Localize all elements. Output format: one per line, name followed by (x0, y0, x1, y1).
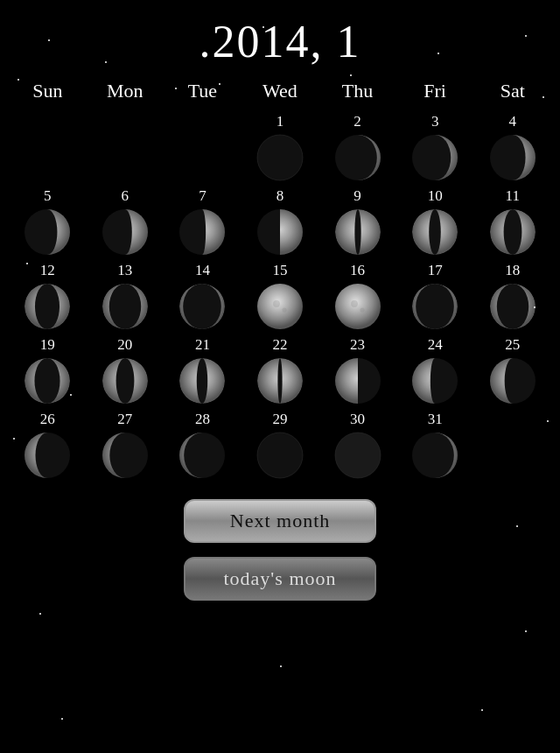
calendar-day-3[interactable]: 3 (396, 111, 474, 184)
day-number-27: 27 (117, 411, 132, 428)
calendar-day-15[interactable]: 15 (242, 260, 319, 333)
moon-phase-5 (23, 208, 72, 257)
day-number-8: 8 (276, 187, 284, 205)
calendar-day-24[interactable]: 24 (396, 334, 474, 407)
next-month-button[interactable]: Next month (184, 499, 376, 543)
empty-cell (87, 111, 164, 184)
calendar-day-12[interactable]: 12 (9, 260, 87, 333)
moon-phase-31 (410, 431, 459, 480)
day-number-13: 13 (117, 262, 132, 279)
calendar-day-8[interactable]: 8 (242, 186, 319, 258)
svg-point-59 (184, 284, 222, 329)
svg-point-60 (257, 284, 303, 329)
calendar-day-10[interactable]: 10 (396, 186, 474, 258)
day-number-9: 9 (354, 187, 361, 205)
svg-point-89 (277, 358, 282, 404)
moon-phase-20 (101, 356, 150, 405)
calendar-day-7[interactable]: 7 (164, 186, 242, 258)
header-tue: Tue (164, 76, 242, 106)
day-number-19: 19 (40, 336, 55, 354)
calendar-day-16[interactable]: 16 (318, 260, 396, 333)
day-number-14: 14 (195, 262, 210, 279)
moon-phase-8 (256, 208, 304, 257)
calendar-day-28[interactable]: 28 (164, 409, 242, 482)
svg-point-65 (360, 307, 364, 312)
calendar-day-26[interactable]: 26 (9, 409, 87, 482)
moon-phase-18 (488, 282, 537, 331)
moon-phase-4 (488, 133, 537, 182)
moon-phase-25 (488, 356, 537, 405)
svg-point-85 (197, 358, 207, 404)
day-number-7: 7 (199, 187, 206, 205)
header-wed: Wed (242, 76, 319, 106)
calendar-day-27[interactable]: 27 (87, 409, 164, 482)
svg-point-64 (351, 300, 358, 307)
calendar-day-13[interactable]: 13 (87, 260, 164, 333)
calendar-day-20[interactable]: 20 (87, 334, 164, 407)
day-number-16: 16 (350, 262, 365, 279)
day-number-25: 25 (505, 336, 520, 354)
day-number-29: 29 (272, 411, 287, 428)
svg-point-77 (35, 358, 60, 404)
calendar-day-19[interactable]: 19 (9, 334, 87, 407)
svg-point-47 (503, 209, 522, 255)
calendar-day-23[interactable]: 23 (318, 334, 396, 407)
calendar-day-29[interactable]: 29 (242, 409, 319, 482)
calendar-day-30[interactable]: 30 (318, 409, 396, 482)
calendar-day-2[interactable]: 2 (318, 111, 396, 184)
svg-point-51 (35, 284, 60, 329)
moon-phase-26 (23, 431, 72, 480)
moon-phase-1 (256, 133, 304, 182)
day-number-15: 15 (272, 262, 287, 279)
calendar-day-11[interactable]: 11 (473, 186, 551, 258)
moon-phase-12 (23, 282, 72, 331)
calendar-day-25[interactable]: 25 (473, 334, 551, 407)
calendar-day-4[interactable]: 4 (473, 111, 551, 184)
moon-phase-30 (333, 431, 382, 480)
calendar-day-17[interactable]: 17 (396, 260, 474, 333)
svg-point-55 (109, 284, 141, 329)
moon-phase-9 (333, 208, 382, 257)
calendar-grid: 12 (9, 111, 551, 482)
moon-phase-22 (256, 356, 304, 405)
moon-phase-14 (178, 282, 227, 331)
day-number-11: 11 (506, 187, 520, 205)
calendar-day-22[interactable]: 22 (242, 334, 319, 407)
calendar-day-9[interactable]: 9 (318, 186, 396, 258)
calendar-day-5[interactable]: 5 (9, 186, 87, 258)
day-number-31: 31 (428, 411, 443, 428)
day-number-6: 6 (122, 187, 130, 205)
moon-phase-7 (178, 208, 227, 257)
svg-point-121 (335, 433, 381, 478)
svg-point-120 (257, 433, 303, 478)
calendar-day-21[interactable]: 21 (164, 334, 242, 407)
svg-point-81 (116, 358, 134, 404)
calendar-day-6[interactable]: 6 (87, 186, 164, 258)
svg-point-63 (335, 284, 381, 329)
calendar-day-18[interactable]: 18 (473, 260, 551, 333)
today-moon-button[interactable]: today's moon (184, 557, 376, 601)
button-area: Next month today's moon (0, 499, 560, 601)
svg-point-73 (497, 284, 528, 329)
moon-phase-24 (410, 356, 459, 405)
day-number-22: 22 (272, 336, 287, 354)
calendar-day-14[interactable]: 14 (164, 260, 242, 333)
moon-calendar: Sun Mon Tue Wed Thu Fri Sat 12 (0, 76, 560, 482)
moon-phase-13 (101, 282, 150, 331)
day-number-24: 24 (428, 336, 443, 354)
calendar-day-31[interactable]: 31 (396, 409, 474, 482)
calendar-day-1[interactable]: 1 (242, 111, 319, 184)
header-sat: Sat (473, 76, 551, 106)
day-number-3: 3 (431, 113, 439, 130)
header-fri: Fri (396, 76, 474, 106)
moon-phase-16 (333, 282, 382, 331)
svg-point-61 (273, 300, 280, 307)
moon-phase-29 (256, 431, 304, 480)
moon-phase-11 (488, 208, 537, 257)
day-number-23: 23 (350, 336, 365, 354)
day-number-5: 5 (44, 187, 52, 205)
moon-phase-15 (256, 282, 304, 331)
day-number-2: 2 (354, 113, 361, 130)
moon-phase-6 (101, 208, 150, 257)
day-number-28: 28 (195, 411, 210, 428)
